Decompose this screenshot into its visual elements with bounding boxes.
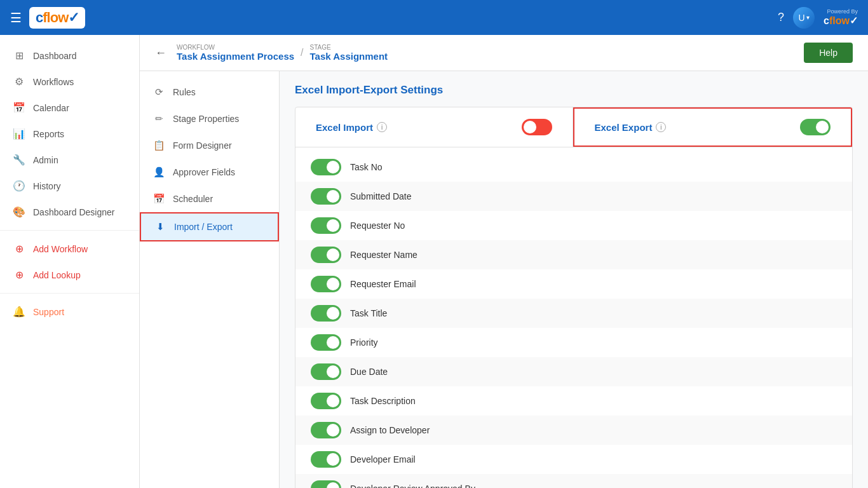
workflows-icon: ⚙ <box>13 76 25 88</box>
field-name-2: Requester No <box>350 220 405 231</box>
import-info-icon[interactable]: i <box>377 122 387 132</box>
field-row: Task Title <box>295 299 852 328</box>
sidebar-item-workflows[interactable]: ⚙ Workflows <box>0 69 139 95</box>
field-slider-6 <box>311 334 341 351</box>
sidebar-item-dashboard[interactable]: ⊞ Dashboard <box>0 43 139 69</box>
field-slider-4 <box>311 276 341 292</box>
field-toggle-0[interactable] <box>311 159 341 175</box>
nav-label-form-designer: Form Designer <box>173 140 232 151</box>
help-button[interactable]: Help <box>804 43 853 63</box>
nav-label-stage-properties: Stage Properties <box>173 114 239 124</box>
field-row: Priority <box>295 328 852 357</box>
add-workflow-icon: ⊕ <box>13 243 25 255</box>
field-slider-10 <box>311 451 341 468</box>
import-label: Excel Import i <box>316 122 387 133</box>
field-row: Developer Email <box>295 445 852 474</box>
field-toggle-8[interactable] <box>311 393 341 409</box>
sidebar-label-admin: Admin <box>33 155 58 165</box>
add-lookup-button[interactable]: ⊕ Add Lookup <box>0 262 139 288</box>
main-panel: Excel Import-Export Settings Excel Impor… <box>280 71 868 488</box>
nav-label-import-export: Import / Export <box>174 222 233 232</box>
sidebar-label-history: History <box>33 181 61 191</box>
field-row: Assign to Developer <box>295 416 852 445</box>
form-designer-icon: 📋 <box>153 140 165 151</box>
nav-item-rules[interactable]: ⟳ Rules <box>140 79 279 105</box>
field-toggle-6[interactable] <box>311 334 341 351</box>
field-toggle-10[interactable] <box>311 451 341 468</box>
field-row: Task No <box>295 152 852 182</box>
sidebar-item-admin[interactable]: 🔧 Admin <box>0 147 139 173</box>
field-slider-9 <box>311 422 341 438</box>
add-lookup-label: Add Lookup <box>33 270 81 280</box>
export-info-icon[interactable]: i <box>656 122 666 132</box>
export-toggle[interactable] <box>800 119 831 135</box>
add-workflow-button[interactable]: ⊕ Add Workflow <box>0 236 139 262</box>
inner-layout: ⟳ Rules ✏ Stage Properties 📋 Form Design… <box>140 71 868 488</box>
field-name-4: Requester Email <box>350 279 416 289</box>
hamburger-menu[interactable]: ☰ <box>10 10 22 25</box>
breadcrumb-stage-title: Task Assignment <box>310 51 388 62</box>
powered-by: Powered By cflow✓ <box>824 8 858 27</box>
field-toggle-9[interactable] <box>311 422 341 438</box>
nav-item-scheduler[interactable]: 📅 Scheduler <box>140 186 279 212</box>
field-toggle-4[interactable] <box>311 276 341 292</box>
breadcrumb-workflow-title: Task Assignment Process <box>177 51 294 62</box>
breadcrumb-header: ← WORKFLOW Task Assignment Process / STA… <box>140 35 868 71</box>
field-slider-3 <box>311 247 341 263</box>
import-export-container: Excel Import i Excel Export i <box>295 107 853 488</box>
export-toggle-slider <box>800 119 831 135</box>
nav-label-rules: Rules <box>173 87 196 97</box>
nav-item-form-designer[interactable]: 📋 Form Designer <box>140 132 279 159</box>
field-toggle-11[interactable] <box>311 480 341 488</box>
admin-icon: 🔧 <box>13 154 25 166</box>
field-name-7: Due Date <box>350 367 388 377</box>
field-toggle-5[interactable] <box>311 305 341 322</box>
field-toggle-3[interactable] <box>311 247 341 263</box>
sidebar-item-calendar[interactable]: 📅 Calendar <box>0 95 139 121</box>
sidebar-label-workflows: Workflows <box>33 77 74 87</box>
field-toggle-7[interactable] <box>311 363 341 380</box>
add-lookup-icon: ⊕ <box>13 269 25 281</box>
field-toggle-2[interactable] <box>311 217 341 234</box>
sidebar: ⊞ Dashboard ⚙ Workflows 📅 Calendar 📊 Rep… <box>0 35 140 488</box>
left-nav: ⟳ Rules ✏ Stage Properties 📋 Form Design… <box>140 71 280 488</box>
export-label: Excel Export i <box>595 122 667 133</box>
avatar-dropdown-icon: ▾ <box>806 14 810 21</box>
field-slider-11 <box>311 480 341 488</box>
avatar[interactable]: U ▾ <box>793 7 815 29</box>
add-workflow-label: Add Workflow <box>33 244 88 254</box>
sidebar-label-calendar: Calendar <box>33 103 69 113</box>
breadcrumb-stage-group: STAGE Task Assignment <box>310 44 388 62</box>
powered-logo-text: cflow✓ <box>824 15 858 27</box>
logo-text: cflow✓ <box>36 10 79 26</box>
back-button[interactable]: ← <box>155 46 166 60</box>
field-row: Requester Name <box>295 240 852 269</box>
main-layout: ⊞ Dashboard ⚙ Workflows 📅 Calendar 📊 Rep… <box>0 35 868 488</box>
panel-title: Excel Import-Export Settings <box>295 84 853 97</box>
nav-item-import-export[interactable]: ⬇ Import / Export <box>140 212 279 241</box>
field-slider-1 <box>311 188 341 205</box>
help-icon[interactable]: ? <box>778 11 784 24</box>
sidebar-label-dashboard: Dashboard <box>33 51 77 61</box>
export-section: Excel Export i <box>573 107 853 147</box>
field-slider-8 <box>311 393 341 409</box>
breadcrumb-right: Help <box>804 43 853 63</box>
field-name-8: Task Description <box>350 396 416 406</box>
header-left: ☰ cflow✓ <box>10 7 85 29</box>
nav-item-approver-fields[interactable]: 👤 Approver Fields <box>140 159 279 186</box>
field-toggle-1[interactable] <box>311 188 341 205</box>
sidebar-item-dashboard-designer[interactable]: 🎨 Dashboard Designer <box>0 199 139 225</box>
support-button[interactable]: 🔔 Support <box>0 299 139 325</box>
breadcrumb-separator: / <box>301 47 303 58</box>
breadcrumb-stage-label: STAGE <box>310 44 388 51</box>
field-name-6: Priority <box>350 337 378 348</box>
field-row: Submitted Date <box>295 182 852 211</box>
import-toggle[interactable] <box>522 119 552 135</box>
import-label-text: Excel Import <box>316 122 373 133</box>
sidebar-divider-2 <box>0 293 139 294</box>
sidebar-item-history[interactable]: 🕐 History <box>0 173 139 199</box>
field-row: Due Date <box>295 357 852 386</box>
sidebar-item-reports[interactable]: 📊 Reports <box>0 121 139 147</box>
nav-item-stage-properties[interactable]: ✏ Stage Properties <box>140 105 279 132</box>
breadcrumb-workflow-group: WORKFLOW Task Assignment Process <box>177 44 294 62</box>
